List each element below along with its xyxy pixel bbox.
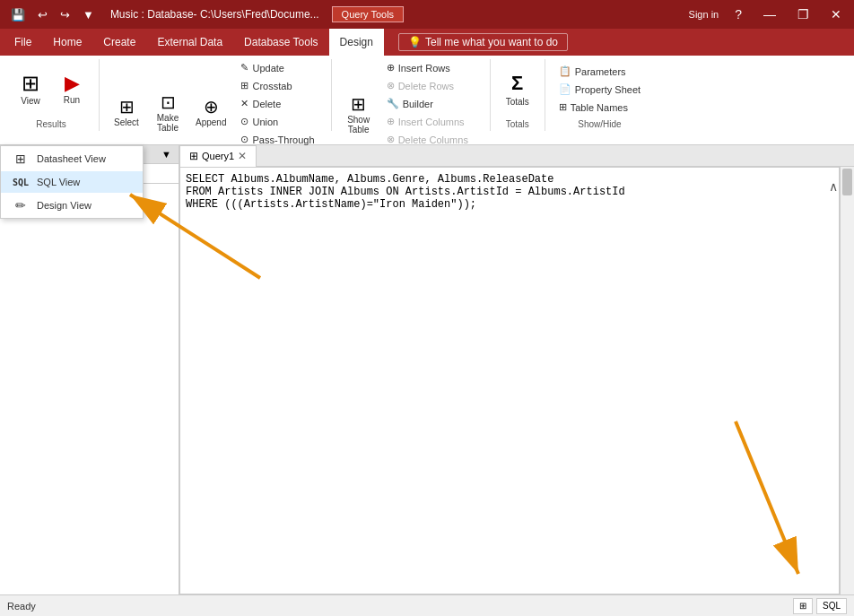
- show-table-icon: ⊞: [351, 95, 366, 113]
- table-names-label: Table Names: [571, 102, 628, 113]
- insert-rows-label: Insert Rows: [398, 63, 450, 74]
- app-title: Music : Database- C:\Users\Fred\Docume..…: [110, 8, 319, 21]
- delete-rows-icon: ⊗: [387, 80, 395, 91]
- query1-close-button[interactable]: ✕: [238, 150, 247, 162]
- dropdown-datasheet-view[interactable]: ⊞ Datasheet View: [1, 146, 143, 171]
- ribbon-group-results: ⊞ View ▶ Run Results: [4, 59, 100, 131]
- sql-view-icon: SQL: [12, 178, 30, 187]
- datasheet-view-icon: ⊞: [12, 152, 30, 166]
- select-icon: ⊞: [119, 98, 135, 116]
- delete-button[interactable]: ✕ Delete: [234, 95, 323, 112]
- sigma-icon: Σ: [511, 72, 523, 95]
- run-button[interactable]: ▶ Run: [52, 69, 92, 109]
- query1-label: Query1: [202, 151, 234, 161]
- query1-tab[interactable]: ⊞ Query1 ✕: [179, 145, 257, 167]
- delete-rows-label: Delete Rows: [398, 81, 454, 91]
- builder-label: Builder: [403, 99, 433, 109]
- update-button[interactable]: ✎ Update: [234, 59, 323, 76]
- editor-container: SELECT Albums.AlbumName, Albums.Genre, A…: [179, 167, 854, 594]
- redo-button[interactable]: ↪: [57, 6, 74, 23]
- show-hide-col: 📋 Parameters 📄 Property Sheet ⊞ Table Na…: [553, 63, 647, 116]
- sql-view-status-button[interactable]: SQL: [816, 598, 847, 614]
- ribbon-group-show-hide: 📋 Parameters 📄 Property Sheet ⊞ Table Na…: [545, 59, 654, 131]
- ribbon-group-query-setup: ⊞ Show Table ⊕ Insert Rows ⊗ Delete Rows…: [332, 59, 491, 131]
- insert-columns-label: Insert Columns: [398, 117, 465, 127]
- pass-through-icon: ⊙: [240, 134, 248, 145]
- menu-home[interactable]: Home: [42, 29, 92, 56]
- view-button[interactable]: ⊞ View: [11, 68, 50, 110]
- ribbon-content: ⊞ View ▶ Run Results ⊞ Select ⊡ Make Tab: [0, 56, 854, 144]
- title-bar: 💾 ↩ ↪ ▼ Music : Database- C:\Users\Fred\…: [0, 0, 854, 29]
- menu-bar: File Home Create External Data Database …: [0, 29, 854, 56]
- delete-label: Delete: [252, 99, 281, 109]
- property-sheet-button[interactable]: 📄 Property Sheet: [553, 81, 647, 98]
- union-icon: ⊙: [240, 116, 248, 127]
- qa-dropdown-button[interactable]: ▼: [79, 6, 98, 23]
- design-view-label: Design View: [37, 200, 92, 211]
- dropdown-design-view[interactable]: ✏ Design View: [1, 193, 143, 218]
- menu-external-data[interactable]: External Data: [146, 29, 233, 56]
- query1-icon: ⊞: [189, 150, 198, 162]
- show-table-label: Show Table: [347, 115, 370, 134]
- parameters-button[interactable]: 📋 Parameters: [553, 63, 647, 80]
- delete-rows-button[interactable]: ⊗ Delete Rows: [380, 77, 483, 94]
- design-view-icon: ✏: [12, 198, 30, 213]
- show-table-button[interactable]: ⊞ Show Table: [339, 91, 379, 139]
- tell-me-bar[interactable]: 💡 Tell me what you want to do: [398, 33, 568, 51]
- crosstab-button[interactable]: ⊞ Crosstab: [234, 77, 323, 94]
- select-button[interactable]: ⊞ Select: [107, 93, 146, 132]
- table-names-button[interactable]: ⊞ Table Names: [553, 99, 647, 116]
- sql-editor[interactable]: SELECT Albums.AlbumName, Albums.Genre, A…: [179, 167, 840, 594]
- close-button[interactable]: ✕: [825, 5, 847, 23]
- status-bar: Ready ⊞ SQL: [0, 594, 854, 616]
- insert-columns-button[interactable]: ⊕ Insert Columns: [380, 113, 483, 130]
- datasheet-view-status-button[interactable]: ⊞: [793, 598, 813, 614]
- show-hide-group-label: Show/Hide: [578, 119, 621, 131]
- help-button[interactable]: ?: [729, 5, 747, 23]
- menu-design[interactable]: Design: [329, 29, 384, 56]
- make-table-button[interactable]: ⊡ Make Table: [148, 89, 187, 137]
- ribbon-group-query-type: ⊞ Select ⊡ Make Table ⊕ Append ✎ Update: [100, 59, 332, 131]
- sign-in-link[interactable]: Sign in: [689, 9, 719, 20]
- delete-columns-icon: ⊗: [387, 134, 395, 145]
- tab-bar: ⊞ Query1 ✕: [179, 145, 854, 167]
- property-sheet-label: Property Sheet: [575, 84, 640, 95]
- scroll-thumb[interactable]: [842, 169, 852, 195]
- save-button[interactable]: 💾: [7, 6, 29, 23]
- insert-rows-icon: ⊕: [387, 62, 395, 74]
- main-area: All Access Objects ▼ ◀ 🔍 ▲ ⊞ Genres ⊞ Da…: [0, 145, 854, 594]
- status-ready: Ready: [7, 601, 36, 612]
- run-label: Run: [64, 95, 80, 105]
- title-left: 💾 ↩ ↪ ▼ Music : Database- C:\Users\Fred\…: [7, 6, 404, 23]
- status-right: ⊞ SQL: [793, 598, 847, 614]
- sql-view-label: SQL View: [37, 177, 80, 187]
- results-buttons: ⊞ View ▶ Run: [11, 59, 92, 119]
- context-tab-label: Query Tools: [332, 6, 405, 22]
- make-table-icon: ⊡: [161, 93, 176, 111]
- undo-button[interactable]: ↩: [34, 6, 51, 23]
- minimize-button[interactable]: —: [758, 5, 781, 23]
- menu-database-tools[interactable]: Database Tools: [233, 29, 329, 56]
- content-area: ⊞ Query1 ✕ SELECT Albums.AlbumName, Albu…: [179, 145, 854, 594]
- union-button[interactable]: ⊙ Union: [234, 113, 323, 130]
- totals-group-label: Totals: [506, 119, 529, 131]
- append-button[interactable]: ⊕ Append: [189, 93, 232, 132]
- ribbon: ⊞ View ▶ Run Results ⊞ Select ⊡ Make Tab: [0, 56, 854, 145]
- menu-create[interactable]: Create: [92, 29, 146, 56]
- nav-panel: All Access Objects ▼ ◀ 🔍 ▲ ⊞ Genres ⊞ Da…: [0, 145, 179, 594]
- append-icon: ⊕: [204, 98, 219, 116]
- totals-button[interactable]: Σ Totals: [498, 67, 537, 111]
- restore-button[interactable]: ❐: [792, 5, 815, 23]
- ribbon-group-totals: Σ Totals Totals: [491, 59, 545, 131]
- nav-header-dropdown[interactable]: ▼: [161, 149, 171, 160]
- vertical-scrollbar[interactable]: [840, 167, 854, 594]
- append-label: Append: [196, 117, 226, 127]
- insert-rows-button[interactable]: ⊕ Insert Rows: [380, 59, 483, 76]
- show-hide-buttons: 📋 Parameters 📄 Property Sheet ⊞ Table Na…: [553, 59, 647, 119]
- dropdown-sql-view[interactable]: SQL SQL View: [1, 171, 143, 193]
- menu-file[interactable]: File: [4, 29, 42, 56]
- select-label: Select: [114, 117, 139, 127]
- ribbon-collapse-button[interactable]: ∧: [824, 178, 843, 195]
- builder-button[interactable]: 🔧 Builder: [380, 95, 483, 112]
- view-icon: ⊞: [22, 73, 39, 94]
